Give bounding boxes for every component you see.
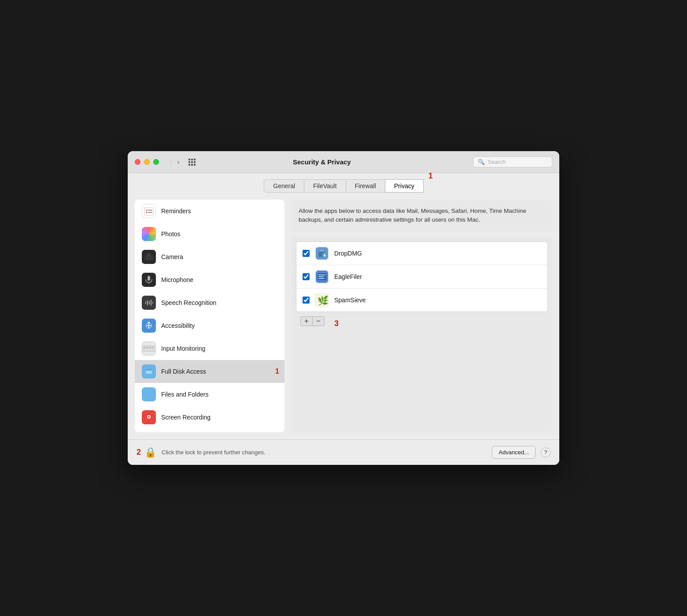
tab-general[interactable]: General	[264, 179, 304, 193]
svg-point-3	[146, 212, 148, 213]
dropdmg-checkbox[interactable]	[303, 250, 310, 257]
svg-rect-4	[148, 212, 152, 213]
svg-text:🌿: 🌿	[318, 295, 328, 306]
sidebar-item-accessibility[interactable]: Accessibility	[135, 314, 284, 337]
eaglefiler-icon	[315, 270, 329, 284]
eaglefiler-name: EagleFiler	[334, 273, 362, 280]
svg-point-7	[148, 256, 150, 259]
sidebar-item-files-and-folders[interactable]: Files and Folders	[135, 383, 284, 406]
svg-point-30	[148, 416, 150, 418]
dropdmg-icon	[315, 246, 329, 260]
search-box[interactable]: 🔍	[473, 156, 552, 167]
sidebar-item-reminders[interactable]: Reminders	[135, 200, 284, 223]
eaglefiler-checkbox[interactable]	[303, 273, 310, 280]
sidebar-item-full-disk-access[interactable]: Full Disk Access 1	[135, 360, 284, 383]
main-content: Reminders Photos Camera Microphone	[128, 193, 559, 439]
svg-rect-23	[149, 347, 151, 349]
minimize-button[interactable]	[144, 159, 150, 165]
svg-rect-8	[147, 253, 151, 255]
advanced-button[interactable]: Advanced...	[492, 446, 536, 459]
sidebar-item-label-filesfolders: Files and Folders	[161, 391, 208, 398]
spamsieve-checkbox[interactable]	[303, 297, 310, 304]
microphone-icon	[142, 273, 156, 287]
svg-point-1	[146, 210, 148, 211]
full-disk-badge: 1	[275, 367, 279, 375]
tab-privacy[interactable]: Privacy	[385, 179, 424, 193]
sidebar-item-label-camera: Camera	[161, 253, 183, 260]
spamsieve-icon: 🌿	[315, 293, 329, 307]
svg-rect-15	[152, 302, 153, 304]
tabs-bar: General FileVault Firewall Privacy 1	[128, 173, 559, 193]
close-button[interactable]	[135, 159, 140, 165]
bottom-bar: 2 🔒 Click the lock to prevent further ch…	[128, 439, 559, 465]
sidebar-item-label-photos: Photos	[161, 230, 181, 237]
svg-rect-9	[148, 276, 150, 281]
app-item-spamsieve[interactable]: 🌿 SpamSieve	[296, 289, 547, 312]
sidebar-item-label-screenrecording: Screen Recording	[161, 414, 211, 421]
accessibility-icon	[142, 319, 156, 333]
sidebar-item-label-microphone: Microphone	[161, 276, 193, 283]
add-app-button[interactable]: +	[300, 316, 313, 326]
svg-rect-38	[318, 276, 324, 277]
full-disk-access-icon	[142, 364, 156, 379]
svg-rect-13	[149, 301, 150, 304]
title-bar: ‹ › Security & Privacy 🔍	[128, 151, 559, 173]
search-input[interactable]	[488, 159, 547, 165]
sidebar: Reminders Photos Camera Microphone	[135, 200, 284, 432]
svg-rect-39	[318, 278, 325, 279]
photos-icon	[142, 227, 156, 241]
lock-text: Click the lock to prevent further change…	[162, 449, 487, 456]
remove-app-button[interactable]: −	[312, 316, 325, 326]
sidebar-item-label-input: Input Monitoring	[161, 345, 205, 352]
svg-rect-14	[151, 300, 151, 306]
svg-rect-24	[151, 347, 153, 349]
sidebar-item-speech-recognition[interactable]: Speech Recognition	[135, 291, 284, 314]
spamsieve-name: SpamSieve	[334, 297, 366, 304]
maximize-button[interactable]	[153, 159, 159, 165]
app-item-dropdmg[interactable]: DropDMG	[296, 242, 547, 265]
sidebar-item-microphone[interactable]: Microphone	[135, 268, 284, 291]
tab-annotation: 1	[428, 171, 433, 181]
help-button[interactable]: ?	[541, 448, 550, 457]
svg-rect-12	[147, 300, 148, 305]
list-actions: + −	[300, 316, 325, 326]
files-folders-icon	[142, 387, 156, 401]
svg-rect-21	[144, 347, 145, 349]
sidebar-item-camera[interactable]: Camera	[135, 245, 284, 268]
svg-rect-27	[146, 369, 152, 371]
search-icon: 🔍	[478, 159, 485, 165]
reminders-icon	[142, 204, 156, 218]
lock-annotation: 2	[137, 448, 141, 457]
traffic-lights	[135, 159, 159, 165]
sidebar-item-photos[interactable]: Photos	[135, 223, 284, 245]
tab-firewall[interactable]: Firewall	[346, 179, 385, 193]
window-title: Security & Privacy	[176, 158, 468, 166]
sidebar-item-label-fulldisk: Full Disk Access	[161, 368, 206, 375]
svg-rect-11	[145, 301, 146, 304]
sidebar-item-label-accessibility: Accessibility	[161, 322, 195, 329]
add-annotation: 3	[334, 319, 339, 328]
camera-icon	[142, 250, 156, 264]
main-window: ‹ › Security & Privacy 🔍 General FileVau…	[128, 151, 559, 465]
dropdmg-name: DropDMG	[334, 250, 362, 257]
tab-filevault[interactable]: FileVault	[304, 179, 346, 193]
svg-rect-22	[146, 347, 148, 349]
description-box: Allow the apps below to access data like…	[292, 200, 552, 232]
sidebar-item-label-reminders: Reminders	[161, 208, 191, 215]
sidebar-item-input-monitoring[interactable]: Input Monitoring	[135, 337, 284, 360]
speech-recognition-icon	[142, 296, 156, 310]
app-item-eaglefiler[interactable]: EagleFiler	[296, 265, 547, 289]
screen-recording-icon	[142, 410, 156, 424]
lock-icon[interactable]: 🔒	[144, 447, 156, 458]
apps-list: DropDMG EagleFiler 🌿 Spa	[296, 241, 548, 312]
sidebar-item-screen-recording[interactable]: Screen Recording	[135, 406, 284, 429]
svg-rect-2	[148, 210, 152, 211]
apps-list-container: DropDMG EagleFiler 🌿 Spa	[292, 237, 552, 433]
input-monitoring-icon	[142, 341, 156, 356]
right-panel: Allow the apps below to access data like…	[284, 200, 552, 432]
svg-rect-0	[144, 208, 153, 215]
back-button[interactable]: ‹	[168, 157, 174, 167]
sidebar-item-label-speech: Speech Recognition	[161, 299, 216, 306]
svg-rect-37	[318, 275, 325, 275]
